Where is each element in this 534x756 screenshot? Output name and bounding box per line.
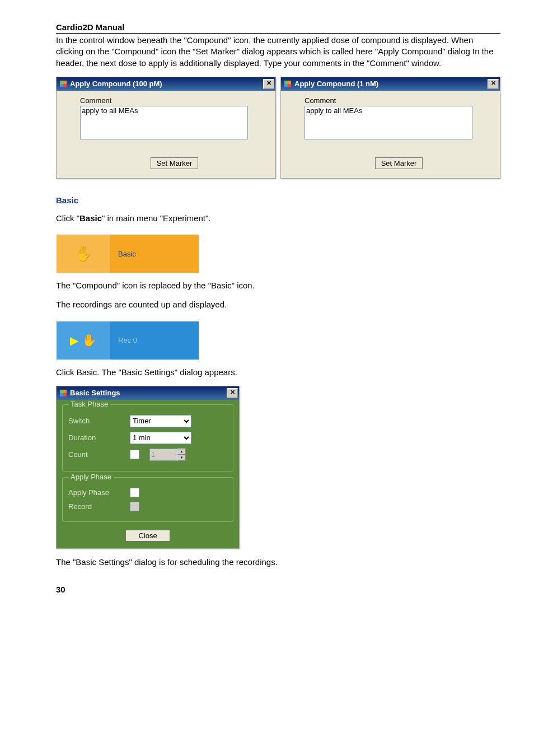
basic-ribbon-label: Basic xyxy=(110,235,199,273)
record-checkbox xyxy=(130,502,139,511)
duration-select[interactable]: 1 min xyxy=(130,432,191,444)
basic-ribbon-icon-area: ✋ xyxy=(57,235,110,273)
titlebar: Apply Compound (100 pM) ✕ xyxy=(57,77,275,91)
svg-rect-7 xyxy=(288,84,291,87)
switch-select[interactable]: Timer xyxy=(130,415,191,427)
svg-rect-5 xyxy=(288,81,291,84)
apply-phase-label: Apply Phase xyxy=(68,488,130,497)
basic-line4: Click Basic. The "Basic Settings" dialog… xyxy=(56,367,500,378)
header-rule xyxy=(56,33,500,34)
set-marker-button[interactable]: Set Marker xyxy=(151,157,199,169)
svg-rect-0 xyxy=(60,81,63,84)
task-phase-group: Task Phase Switch Timer Duration 1 min C… xyxy=(62,404,233,472)
set-marker-button[interactable]: Set Marker xyxy=(375,157,423,169)
text: Click " xyxy=(56,213,79,223)
svg-rect-3 xyxy=(63,84,67,87)
rec-ribbon-button[interactable]: ▶ ✋ Rec 0 xyxy=(56,321,199,360)
close-icon[interactable]: ✕ xyxy=(488,79,499,89)
comment-label: Comment xyxy=(305,96,493,105)
svg-rect-1 xyxy=(63,81,67,84)
app-icon xyxy=(59,389,68,398)
rec-ribbon-label: Rec 0 xyxy=(110,321,199,360)
comment-input[interactable] xyxy=(80,106,248,139)
basic-bold: Basic xyxy=(79,213,102,223)
dialog-title: Apply Compound (1 nM) xyxy=(294,80,488,88)
titlebar: Basic Settings ✕ xyxy=(57,386,239,400)
record-label: Record xyxy=(68,502,130,511)
svg-rect-9 xyxy=(63,390,67,393)
page-number: 30 xyxy=(56,585,500,594)
titlebar: Apply Compound (1 nM) ✕ xyxy=(281,77,500,91)
apply-compound-dialog-100pm: Apply Compound (100 pM) ✕ Comment Set Ma… xyxy=(56,77,276,179)
basic-line3: The recordings are counted up and displa… xyxy=(56,299,500,310)
basic-click-instruction: Click "Basic" in main menu "Experiment". xyxy=(56,213,500,224)
apply-phase-group: Apply Phase Apply Phase Record xyxy=(62,477,233,522)
svg-rect-6 xyxy=(284,84,288,87)
text: " in main menu "Experiment". xyxy=(102,213,210,223)
close-icon[interactable]: ✕ xyxy=(227,388,238,398)
task-phase-legend: Task Phase xyxy=(68,400,110,408)
rec-ribbon-icon-area: ▶ ✋ xyxy=(57,321,110,360)
apply-phase-legend: Apply Phase xyxy=(68,473,114,481)
svg-rect-11 xyxy=(63,393,67,396)
svg-rect-4 xyxy=(284,81,288,84)
apply-compound-dialogs: Apply Compound (100 pM) ✕ Comment Set Ma… xyxy=(56,77,500,179)
app-icon xyxy=(59,80,68,88)
app-icon xyxy=(283,80,292,88)
svg-rect-2 xyxy=(60,84,63,87)
apply-compound-dialog-1nm: Apply Compound (1 nM) ✕ Comment Set Mark… xyxy=(280,77,500,179)
basic-ribbon-button[interactable]: ✋ Basic xyxy=(56,234,199,273)
duration-label: Duration xyxy=(68,433,130,442)
comment-input[interactable] xyxy=(305,106,472,139)
after-settings-text: The "Basic Settings" dialog is for sched… xyxy=(56,557,500,568)
hand-icon: ✋ xyxy=(82,333,97,348)
comment-label: Comment xyxy=(80,96,269,105)
svg-rect-10 xyxy=(60,393,63,396)
close-button[interactable]: Close xyxy=(125,530,170,542)
dialog-title: Apply Compound (100 pM) xyxy=(70,80,263,88)
spin-down-button[interactable]: ▼ xyxy=(177,455,186,461)
spin-up-button[interactable]: ▲ xyxy=(177,449,186,455)
basic-settings-dialog: Basic Settings ✕ Task Phase Switch Timer… xyxy=(56,386,240,549)
page-header-title: Cardio2D Manual xyxy=(56,22,500,32)
hand-icon: ✋ xyxy=(74,245,92,263)
count-checkbox[interactable] xyxy=(130,450,139,459)
dialog-title: Basic Settings xyxy=(70,389,227,397)
apply-phase-checkbox[interactable] xyxy=(130,488,139,497)
svg-rect-8 xyxy=(60,390,63,393)
switch-label: Switch xyxy=(68,417,130,425)
play-icon: ▶ xyxy=(70,334,78,347)
close-icon[interactable]: ✕ xyxy=(263,79,274,89)
count-label: Count xyxy=(68,450,130,459)
intro-paragraph: In the control window beneath the "Compo… xyxy=(56,35,500,69)
basic-heading: Basic xyxy=(56,195,500,205)
basic-line2: The "Compound" icon is replaced by the "… xyxy=(56,280,500,291)
count-input xyxy=(149,449,177,461)
